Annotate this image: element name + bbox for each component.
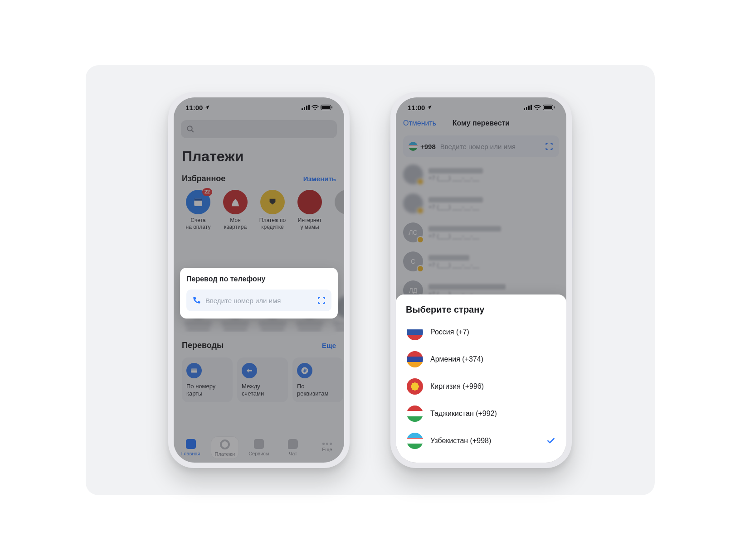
phone-transfer-input[interactable]: Введите номер или имя (186, 290, 331, 311)
svg-rect-10 (191, 369, 197, 373)
search-bar[interactable] (181, 120, 337, 138)
screen-left: 11:00 Платежи Избранное Изменить (174, 97, 344, 463)
contact-row[interactable]: +7 (___) ___-__-__ (403, 160, 559, 189)
svg-rect-11 (191, 370, 197, 371)
tab-services[interactable]: Сервисы (245, 439, 273, 456)
country-option-kyrgyzstan[interactable]: Киргизия (+996) (406, 373, 556, 400)
screen-right: 11:00 Отменить Кому перевести (396, 97, 566, 463)
transfers-more-button[interactable]: Еще (322, 342, 336, 349)
tab-more[interactable]: Еще (313, 443, 341, 452)
swap-icon (242, 363, 257, 378)
status-time: 11:00 (408, 104, 425, 111)
svg-rect-1 (304, 107, 305, 110)
contact-name (428, 226, 501, 232)
transfer-label: счетами (242, 390, 264, 397)
tab-label: Еще (322, 447, 332, 452)
country-label: Армения (+374) (430, 355, 483, 363)
svg-text:₽: ₽ (303, 368, 307, 373)
favorite-label: Интернет (298, 217, 321, 223)
mts-icon (297, 190, 322, 214)
flag-armenia-icon (407, 351, 423, 367)
generic-icon (335, 190, 344, 214)
favorite-item[interactable]: Мояквартира (219, 190, 252, 231)
status-time: 11:00 (185, 104, 203, 111)
avatar-initials: С (411, 258, 415, 265)
favorite-item[interactable]: Интернету мамы (293, 190, 326, 231)
country-label: Узбекистан (+998) (430, 437, 491, 445)
svg-rect-16 (528, 106, 530, 110)
contact-row[interactable]: +7 (___) ___-__-__ (403, 189, 559, 218)
more-icon (322, 443, 332, 445)
country-label: Киргизия (+996) (430, 382, 484, 391)
country-option-uzbekistan[interactable]: Узбекистан (+998) (406, 427, 556, 454)
avatar-initials: ЛД (409, 287, 418, 294)
contact-name (428, 168, 483, 174)
country-label: Россия (+7) (430, 328, 469, 336)
contact-name (428, 197, 483, 203)
transfer-card[interactable]: По номерукарты (182, 357, 233, 402)
svg-rect-2 (306, 106, 307, 110)
transfer-card[interactable]: Междусчетами (237, 357, 288, 402)
country-label: Таджикистан (+992) (430, 410, 497, 418)
svg-rect-6 (331, 106, 332, 109)
favorite-label: у мамы (300, 224, 319, 230)
country-option-tajikistan[interactable]: Таджикистан (+992) (406, 400, 556, 427)
transfer-label: карты (186, 390, 202, 397)
contacts-list: +7 (___) ___-__-__ +7 (___) ___-__-__ ЛС… (396, 157, 566, 305)
tab-label: Главная (181, 451, 200, 456)
avatar: С (403, 251, 423, 271)
country-option-armenia[interactable]: Армения (+374) (406, 346, 556, 373)
flag-russia-icon (407, 324, 423, 340)
home-icon (186, 439, 196, 449)
favorite-item[interactable]: Эл (331, 190, 344, 231)
tinkoff-icon (260, 190, 285, 214)
phone-left: 11:00 Платежи Избранное Изменить (168, 92, 350, 468)
transfers-header: Переводы Еще (182, 341, 336, 350)
phone-number-input[interactable]: +998 Введите номер или имя (403, 135, 559, 157)
tab-chat[interactable]: Чат (279, 439, 307, 456)
card-icon (186, 363, 202, 378)
tab-home[interactable]: Главная (177, 439, 204, 456)
svg-rect-3 (308, 105, 310, 110)
contact-name (428, 255, 469, 261)
transfer-card[interactable]: ₽ Пореквизитам (292, 357, 343, 402)
country-option-russia[interactable]: Россия (+7) (406, 319, 556, 346)
contact-phone: +7 (___) ___-__-__ (428, 174, 483, 181)
contact-name (428, 284, 506, 290)
chat-icon (288, 439, 298, 449)
favorites-header: Избранное Изменить (182, 174, 336, 183)
favorite-label: Платеж по (259, 217, 286, 223)
favorite-item[interactable]: Платеж покредитке (256, 190, 289, 231)
favorites-row: 23 22 Счетана оплату Мояквартира Платеж … (174, 188, 344, 231)
battery-icon (543, 105, 555, 110)
scan-icon[interactable] (545, 142, 554, 151)
transfer-label: По (297, 383, 305, 390)
ruble-icon: ₽ (297, 363, 312, 378)
transfer-label: Между (242, 383, 260, 390)
status-bar: 11:00 (174, 97, 344, 117)
favorite-label: квартира (224, 224, 247, 230)
favorites-title: Избранное (182, 174, 225, 183)
svg-rect-19 (544, 106, 552, 109)
status-bar: 11:00 (396, 97, 566, 117)
cancel-button[interactable]: Отменить (403, 119, 436, 127)
contact-row[interactable]: ЛС +7 (___) ___-__-__ (403, 218, 559, 247)
favorites-edit-button[interactable]: Изменить (303, 175, 336, 183)
country-code-selector[interactable]: +998 (409, 142, 436, 151)
moscow-icon (223, 190, 248, 214)
scan-icon[interactable] (317, 296, 326, 305)
services-icon (254, 439, 264, 449)
tab-bar: Главная Платежи Сервисы Чат Еще (174, 432, 344, 463)
transfers-title: Переводы (182, 341, 224, 350)
favorite-label: Счета (190, 217, 205, 223)
location-icon (204, 105, 210, 110)
contact-row[interactable]: С +7 (___) ___-__-__ (403, 247, 559, 276)
tab-payments[interactable]: Платежи (211, 437, 239, 459)
flag-kyrgyzstan-icon (407, 378, 423, 395)
transfer-label: По номеру (186, 383, 215, 390)
search-icon (186, 125, 195, 133)
phone-icon (192, 296, 201, 305)
avatar: ЛС (403, 222, 423, 242)
favorite-item[interactable]: 23 22 Счетана оплату (182, 190, 214, 231)
calendar-day: 23 (195, 200, 201, 207)
